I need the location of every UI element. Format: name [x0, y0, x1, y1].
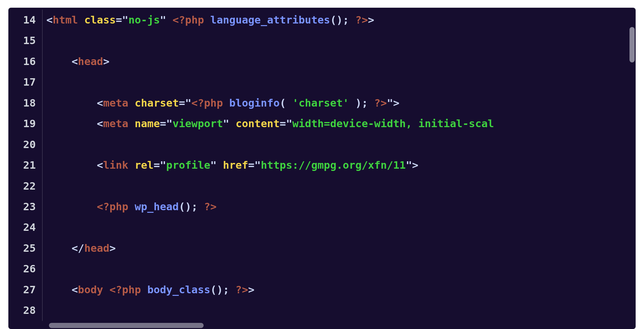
horizontal-scrollbar-track[interactable]	[43, 320, 627, 329]
token-attr: rel	[135, 159, 154, 171]
token-phpdel: ?>	[204, 201, 216, 213]
code-content[interactable]	[43, 300, 636, 321]
code-line[interactable]: 15	[8, 30, 636, 51]
token-punct: =	[248, 159, 255, 171]
token-punct: "	[185, 97, 192, 109]
code-content[interactable]: <html class="no-js" <?php language_attri…	[43, 10, 636, 30]
token-attr: href	[223, 159, 248, 171]
token-attr: class	[84, 14, 116, 26]
token-val: viewport	[172, 118, 223, 130]
token-val: 'charset'	[292, 97, 349, 109]
code-content[interactable]	[43, 176, 636, 196]
token-punct: <	[72, 284, 78, 296]
code-content[interactable]: <head>	[43, 51, 636, 72]
code-line[interactable]: 26	[8, 258, 636, 279]
line-number: 15	[8, 30, 43, 51]
token-punct: ();	[179, 201, 198, 213]
line-number: 20	[8, 134, 43, 155]
horizontal-scrollbar-thumb[interactable]	[49, 323, 204, 328]
code-editor[interactable]: 14<html class="no-js" <?php language_att…	[8, 8, 636, 329]
token-punct: =	[154, 159, 160, 171]
code-line[interactable]: 27 <body <?php body_class(); ?>>	[8, 279, 636, 300]
indentation	[46, 201, 97, 213]
token-tag: head	[84, 242, 109, 254]
line-number: 23	[8, 196, 43, 217]
token-punct	[349, 14, 355, 26]
token-punct	[198, 201, 204, 213]
code-content[interactable]: <meta name="viewport" content="width=dev…	[43, 113, 636, 134]
token-punct	[128, 159, 135, 171]
code-line[interactable]: 19 <meta name="viewport" content="width=…	[8, 113, 636, 134]
token-val: width=device-width, initial-scal	[292, 118, 494, 130]
token-punct: (	[280, 97, 292, 109]
code-line[interactable]: 17	[8, 72, 636, 92]
code-line[interactable]: 25 </head>	[8, 238, 636, 258]
indentation	[46, 159, 97, 171]
token-punct: "	[160, 159, 166, 171]
vertical-scrollbar-track[interactable]	[627, 8, 636, 329]
token-punct: "	[406, 159, 412, 171]
code-content[interactable]	[43, 30, 636, 51]
token-punct: <	[46, 14, 53, 26]
indentation	[46, 284, 72, 296]
token-tag: body	[78, 284, 103, 296]
token-punct	[128, 118, 135, 130]
code-line[interactable]: 21 <link rel="profile" href="https://gmp…	[8, 155, 636, 175]
token-phpdel: ?>	[374, 97, 387, 109]
line-number: 22	[8, 176, 43, 196]
line-number: 28	[8, 300, 43, 321]
code-content[interactable]	[43, 217, 636, 238]
token-punct: =	[179, 97, 185, 109]
code-content[interactable]: <link rel="profile" href="https://gmpg.o…	[43, 155, 636, 175]
code-area[interactable]: 14<html class="no-js" <?php language_att…	[8, 8, 636, 321]
token-punct	[128, 201, 135, 213]
code-line[interactable]: 28	[8, 300, 636, 321]
token-punct	[229, 284, 236, 296]
token-tag: meta	[103, 118, 128, 130]
code-line[interactable]: 22	[8, 176, 636, 196]
token-punct: =	[160, 118, 166, 130]
token-punct	[223, 97, 229, 109]
token-punct: >	[103, 55, 110, 68]
token-phpdel: <?php	[97, 201, 129, 213]
code-line[interactable]: 14<html class="no-js" <?php language_att…	[8, 10, 636, 30]
indentation	[46, 118, 97, 130]
code-line[interactable]: 24	[8, 217, 636, 238]
token-tag: head	[78, 55, 103, 68]
code-line[interactable]: 23 <?php wp_head(); ?>	[8, 196, 636, 217]
code-line[interactable]: 16 <head>	[8, 51, 636, 72]
code-content[interactable]	[43, 72, 636, 92]
token-phpdel: <?php	[191, 97, 223, 109]
token-phpfn: body_class	[147, 284, 210, 296]
token-punct: "	[166, 118, 173, 130]
vertical-scrollbar-thumb[interactable]	[630, 27, 635, 62]
token-tag: html	[53, 14, 78, 26]
code-content[interactable]: <body <?php body_class(); ?>>	[43, 279, 636, 300]
token-val: profile	[166, 159, 210, 171]
token-punct: );	[349, 97, 368, 109]
line-number: 25	[8, 238, 43, 258]
token-attr: name	[135, 118, 160, 130]
token-punct: ();	[330, 14, 349, 26]
code-line[interactable]: 18 <meta charset="<?php bloginfo( 'chars…	[8, 93, 636, 113]
token-phpdel: <?php	[172, 14, 204, 26]
token-phpfn: bloginfo	[229, 97, 280, 109]
line-number: 21	[8, 155, 43, 175]
line-number: 24	[8, 217, 43, 238]
code-content[interactable]: <?php wp_head(); ?>	[43, 196, 636, 217]
token-punct: <	[97, 118, 103, 130]
code-content[interactable]	[43, 258, 636, 279]
token-punct: "	[210, 159, 217, 171]
code-content[interactable]: <meta charset="<?php bloginfo( 'charset'…	[43, 93, 636, 113]
token-phpfn: wp_head	[135, 201, 179, 213]
token-punct: </	[72, 242, 84, 254]
code-content[interactable]	[43, 134, 636, 155]
token-punct	[128, 97, 135, 109]
line-number: 17	[8, 72, 43, 92]
token-punct: >	[412, 159, 418, 171]
line-number: 27	[8, 279, 43, 300]
code-content[interactable]: </head>	[43, 238, 636, 258]
token-punct	[103, 284, 110, 296]
token-punct: "	[122, 14, 129, 26]
code-line[interactable]: 20	[8, 134, 636, 155]
